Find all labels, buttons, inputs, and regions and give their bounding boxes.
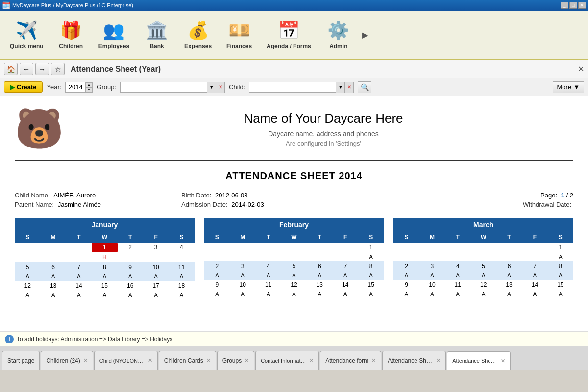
child-info-row1: Child Name: AIMÉE, Aurore Birth Date: 20… [15,192,573,199]
menu-item-agenda[interactable]: 📅 Agenda / Forms [261,13,317,57]
cell: 12 [281,280,307,290]
cell: A [445,290,470,298]
close-page-button[interactable]: ✕ [578,64,584,74]
tab-children[interactable]: Children (24) ✕ [41,351,93,370]
withdrawal-label: Withdrawal Date: [523,201,571,208]
group-combo[interactable]: ▼ ✕ [120,82,225,93]
menu-item-bank[interactable]: 🏛️ Bank [137,13,176,57]
year-input[interactable] [66,82,85,92]
tab-close-button[interactable]: ✕ [371,357,376,364]
calendar-january: January S M T W T F S [15,218,195,299]
menu-item-finances[interactable]: 💴 Finances [220,13,259,57]
table-row: H [15,252,195,262]
tab-close-button[interactable]: ✕ [309,357,314,364]
year-down-button[interactable]: ▼ [85,87,92,92]
year-up-button[interactable]: ▲ [85,82,92,87]
menu-item-children[interactable]: 🎁 Children [51,13,91,57]
group-clear-button[interactable]: ✕ [216,82,224,93]
cell: A [333,290,358,298]
child-combo[interactable]: ▼ ✕ [249,82,354,93]
col-t1: T [66,232,92,243]
company-settings: Are configured in 'Settings' [74,140,573,147]
cell: 1 [548,243,573,252]
cell: 7 [333,261,358,271]
employees-icon: 👥 [103,20,125,41]
minimize-button[interactable]: _ [561,2,568,9]
tab-attendance-sheet[interactable]: Attendance Sheet ✕ [382,351,446,370]
cell: 5 [281,261,307,271]
table-row: A [393,252,573,261]
cell: 3 [143,243,169,252]
tab-close-button[interactable]: ✕ [501,358,505,364]
more-dropdown-icon: ▼ [573,83,580,91]
tab-label: Child (NYOLONG, Kancil) * [99,358,145,364]
cell [333,252,358,261]
cell: 6 [496,261,522,271]
cell [496,243,522,252]
table-row: 12 13 14 15 16 17 18 [15,281,195,291]
cell [66,252,92,262]
col-f1: F [143,232,169,243]
tab-attendance-sheet-year[interactable]: Attendance Sheet (Year) ✕ [447,351,511,370]
table-row: A A A A A A A [393,271,573,280]
menu-item-expenses[interactable]: 💰 Expenses [178,13,218,57]
cell [522,243,547,252]
cell [470,252,496,261]
cell: 8 [548,261,573,271]
menu-more-arrow[interactable]: ▶ [360,13,370,57]
window-title: MyDaycare Plus / MyDaycare Plus (1C:Ente… [12,2,133,8]
cell: A [204,290,230,298]
tab-label: Children Cards [164,357,203,364]
col-w1: W [92,232,117,243]
menu-item-admin[interactable]: ⚙️ Admin [319,13,358,57]
cell: A [40,291,66,299]
cell: 10 [143,262,169,272]
report-header: 🐻 Name of Your Daycare Here Daycare name… [15,106,573,161]
cell [445,252,470,261]
menu-item-employees[interactable]: 👥 Employees [93,13,135,57]
cell [118,252,143,262]
tab-close-button[interactable]: ✕ [83,357,88,364]
tab-children-cards[interactable]: Children Cards ✕ [159,351,216,370]
page-current: 1 [561,192,564,199]
title-bar: 🗓️ MyDaycare Plus / MyDaycare Plus (1C:E… [0,0,588,11]
col-w: W [470,232,496,243]
search-button[interactable]: 🔍 [358,81,371,93]
cell [255,252,281,261]
cell [15,252,40,262]
home-button[interactable]: 🏠 [4,63,18,75]
tab-close-button[interactable]: ✕ [436,357,441,364]
child-clear-button[interactable]: ✕ [344,82,353,93]
col-s: S [204,232,230,243]
forward-button[interactable]: → [35,63,49,75]
play-icon: ▶ [10,84,15,91]
menu-item-quick-menu[interactable]: ✈️ Quick menu [4,13,49,57]
tab-contact-info[interactable]: Contact Information ✕ [255,351,319,370]
group-dropdown-button[interactable]: ▼ [207,82,216,93]
tab-close-button[interactable]: ✕ [245,357,249,364]
cell: A [358,252,384,261]
child-dropdown-button[interactable]: ▼ [336,82,344,93]
back-button[interactable]: ← [20,63,33,75]
col-t2: T [118,232,143,243]
tab-child-nyolong[interactable]: Child (NYOLONG, Kancil) * ✕ [94,351,158,370]
child-input[interactable] [249,82,336,92]
tab-attendance-form[interactable]: Attendance form ✕ [320,351,381,370]
cell: A [522,290,547,298]
tab-close-button[interactable]: ✕ [206,357,211,364]
cell [204,252,230,261]
bookmark-button[interactable]: ☆ [51,63,65,75]
tab-close-button[interactable]: ✕ [148,357,152,364]
group-input[interactable] [121,82,207,92]
expenses-icon: 💰 [187,20,209,41]
maximize-button[interactable]: □ [569,2,577,9]
cell [470,243,496,252]
close-window-button[interactable]: ✕ [578,2,586,9]
create-button[interactable]: ▶ Create [4,81,43,93]
cell: 13 [496,280,522,290]
cell: 18 [169,281,194,291]
year-spinner[interactable]: ▲ ▼ [65,82,93,93]
tab-groups[interactable]: Groups ✕ [217,351,254,370]
more-button[interactable]: More ▼ [553,81,585,93]
tab-start-page[interactable]: Start page [2,351,40,370]
